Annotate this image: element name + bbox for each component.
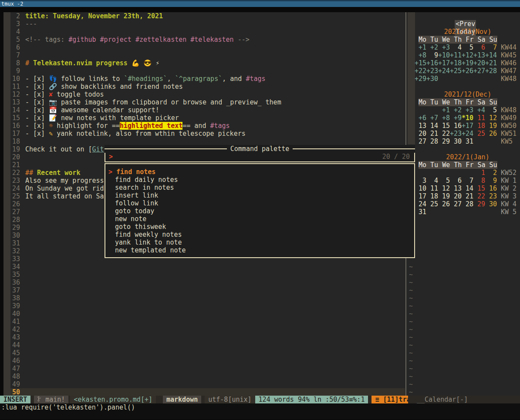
editor-line[interactable]: 3--- <box>10 20 405 28</box>
calendar-day[interactable]: 5 <box>438 177 450 185</box>
calendar-day[interactable]: 3 <box>415 177 426 185</box>
calendar-day[interactable]: 28 <box>462 200 473 208</box>
calendar-day[interactable]: 30 <box>485 200 497 208</box>
editor-line[interactable]: 8# Telekasten.nvim progress 💪 😎 ⚡ <box>10 59 405 67</box>
calendar-day[interactable]: +27 <box>473 67 485 75</box>
calendar-day[interactable]: +13 <box>473 51 485 59</box>
editor-line[interactable]: 11- [x] 🔗 show backlinks and friend note… <box>10 83 405 91</box>
calendar-day[interactable]: +16 <box>426 59 438 67</box>
calendar-day[interactable]: 29 <box>438 138 450 145</box>
editor-line[interactable]: 42 <box>10 326 405 333</box>
editor-line[interactable]: 48 <box>10 373 405 380</box>
calendar-day[interactable]: +12 <box>462 51 473 59</box>
calendar-day[interactable]: 21 <box>462 192 473 200</box>
calendar-day[interactable]: +22 <box>415 67 426 75</box>
calendar-day[interactable]: 5 <box>485 106 497 114</box>
editor-line[interactable]: 6 <box>10 44 405 51</box>
calendar-day[interactable]: 30 <box>450 138 462 145</box>
calendar-day[interactable]: 31 <box>415 208 426 216</box>
calendar-day[interactable]: 7 <box>462 177 473 185</box>
calendar-day[interactable]: +2 <box>426 44 438 51</box>
editor-line[interactable]: 34 <box>10 263 405 271</box>
calendar-day[interactable]: +26 <box>462 67 473 75</box>
calendar-day[interactable]: 13 <box>450 185 462 192</box>
palette-item[interactable]: insert link <box>105 192 414 199</box>
palette-item[interactable]: follow link <box>105 199 414 207</box>
calendar-day[interactable]: +2 <box>450 106 462 114</box>
calendar-day[interactable]: 19 <box>438 192 450 200</box>
calendar-day[interactable]: 31 <box>462 138 473 145</box>
calendar-day[interactable]: +23 <box>426 67 438 75</box>
calendar-day[interactable]: +19 <box>462 59 473 67</box>
calendar-day[interactable]: 27 <box>450 200 462 208</box>
editor-line[interactable]: 15- [x] 📝 new notes with template picker <box>10 114 405 122</box>
calendar-day[interactable]: 26 <box>485 130 497 138</box>
calendar-day[interactable]: +4 <box>473 106 485 114</box>
calendar-day[interactable]: 6 <box>450 177 462 185</box>
editor-line[interactable]: 44 <box>10 341 405 349</box>
calendar-day[interactable]: 12 <box>438 185 450 192</box>
editor-line[interactable]: 37 <box>10 286 405 294</box>
editor-line[interactable]: 17- [x] ✎ yank notelink, also from wthin… <box>10 130 405 138</box>
calendar-day[interactable]: +23 <box>450 130 462 138</box>
editor-line[interactable]: 7 <box>10 51 405 59</box>
palette-item[interactable]: find daily notes <box>105 176 414 184</box>
calendar-day[interactable]: 22 <box>473 192 485 200</box>
calendar-day[interactable]: 11 <box>426 185 438 192</box>
calendar-day[interactable]: +1 <box>438 106 450 114</box>
calendar-day[interactable]: 27 <box>415 138 426 145</box>
calendar-day[interactable]: 16 <box>450 122 462 130</box>
calendar-day[interactable]: 20 <box>415 130 426 138</box>
command-line[interactable]: :lua require('telekasten').panel() <box>0 403 520 411</box>
calendar-day[interactable]: 1 <box>473 169 485 177</box>
calendar-day[interactable]: 24 <box>415 200 426 208</box>
calendar-day[interactable]: 23 <box>485 192 497 200</box>
calendar-day[interactable]: 25 <box>426 200 438 208</box>
calendar-day[interactable]: +25 <box>450 67 462 75</box>
editor-line[interactable]: 46 <box>10 357 405 365</box>
editor-line[interactable]: 2title: Tuesday, November 23th, 2021 <box>10 12 405 20</box>
calendar-day[interactable]: 9 <box>426 51 438 59</box>
editor-line[interactable]: 35 <box>10 271 405 279</box>
calendar-day[interactable]: +29 <box>415 75 426 83</box>
calendar-day[interactable]: 28 <box>426 138 438 145</box>
calendar-day[interactable]: 12 <box>485 114 497 122</box>
calendar-day[interactable]: 10 <box>415 185 426 192</box>
calendar-day[interactable]: 16 <box>485 185 497 192</box>
calendar-day[interactable]: 13 <box>415 122 426 130</box>
editor-line[interactable]: 50 <box>10 388 405 396</box>
calendar-day[interactable]: 15 <box>438 122 450 130</box>
calendar-day[interactable]: 15 <box>473 185 485 192</box>
calendar-day[interactable]: 29 <box>473 200 485 208</box>
calendar-day[interactable]: +1 <box>415 44 426 51</box>
editor-line[interactable]: 16- [x] ☼ highlight for ==highlighted te… <box>10 122 405 130</box>
calendar-day[interactable]: 22 <box>438 130 450 138</box>
calendar-day[interactable]: +21 <box>485 59 497 67</box>
calendar-day[interactable]: +28 <box>485 67 497 75</box>
calendar-day[interactable]: +15 <box>415 59 426 67</box>
calendar-day[interactable]: +20 <box>473 59 485 67</box>
calendar-day[interactable]: +30 <box>426 75 438 83</box>
calendar-day[interactable]: 21 <box>426 130 438 138</box>
editor-line[interactable]: 10- [x] 👣 follow links to `#headings`, `… <box>10 75 405 83</box>
calendar-day[interactable]: 25 <box>473 130 485 138</box>
palette-item[interactable]: search in notes <box>105 184 414 192</box>
palette-item[interactable]: new templated note <box>105 246 414 254</box>
calendar-day[interactable]: +17 <box>462 122 473 130</box>
calendar-day[interactable]: +6 <box>415 114 426 122</box>
palette-item[interactable]: yank link to note <box>105 239 414 246</box>
calendar-day[interactable]: +11 <box>450 51 462 59</box>
calendar-window[interactable]: <Prev Today Next> 2021/11(Nov)Mo Tu We T… <box>407 12 520 396</box>
editor-line[interactable]: 41 <box>10 318 405 326</box>
editor-line[interactable]: 9 <box>10 67 405 75</box>
editor-line[interactable]: 40 <box>10 310 405 318</box>
calendar-day[interactable]: 26 <box>438 200 450 208</box>
calendar-day[interactable]: 19 <box>485 122 497 130</box>
editor-line[interactable]: 14- [x] 📅 awesome calendar support! <box>10 106 405 114</box>
calendar-day[interactable]: 11 <box>473 114 485 122</box>
calendar-day[interactable]: 18 <box>473 122 485 130</box>
palette-item[interactable]: find weekly notes <box>105 231 414 239</box>
calendar-day[interactable]: 14 <box>462 185 473 192</box>
editor-line[interactable]: 39 <box>10 302 405 310</box>
calendar-day[interactable]: +3 <box>438 44 450 51</box>
